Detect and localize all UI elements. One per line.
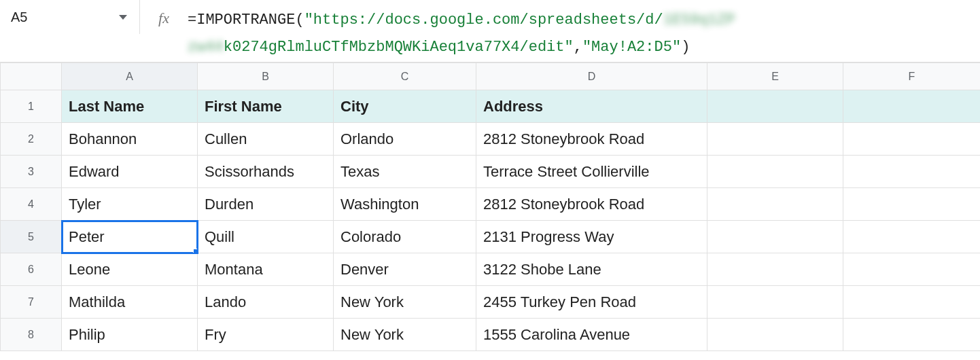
cell-c8[interactable]: New York <box>334 319 476 351</box>
col-header-f[interactable]: F <box>843 63 981 90</box>
row-header[interactable]: 6 <box>1 253 62 286</box>
cell-b6[interactable]: Montana <box>198 253 334 286</box>
formula-func: IMPORTRANGE <box>196 12 295 29</box>
cell-f4[interactable] <box>843 188 981 221</box>
table-row: 4 Tyler Durden Washington 2812 Stoneybro… <box>1 188 981 221</box>
row-header[interactable]: 7 <box>1 286 62 319</box>
cell-d2[interactable]: 2812 Stoneybrook Road <box>476 123 707 156</box>
col-header-d[interactable]: D <box>476 63 707 90</box>
cell-b3[interactable]: Scissorhands <box>198 156 334 188</box>
cell-b4[interactable]: Durden <box>198 188 334 221</box>
formula-q1: " <box>304 12 313 29</box>
cell-c5[interactable]: Colorado <box>334 221 476 253</box>
fx-icon: fx <box>140 7 188 27</box>
cell-e3[interactable] <box>707 156 843 188</box>
name-box[interactable]: A5 <box>8 10 119 25</box>
formula-comma: , <box>574 39 582 56</box>
cell-f3[interactable] <box>843 156 981 188</box>
cell-a1[interactable]: Last Name <box>62 90 198 123</box>
select-all-corner[interactable] <box>1 63 62 90</box>
cell-e5[interactable] <box>707 221 843 253</box>
table-row: 5 Peter Quill Colorado 2131 Progress Way <box>1 221 981 253</box>
row-header[interactable]: 8 <box>1 319 62 351</box>
row-header[interactable]: 1 <box>1 90 62 123</box>
table-row: 1 Last Name First Name City Address <box>1 90 981 123</box>
cell-c4[interactable]: Washington <box>334 188 476 221</box>
cell-a5[interactable]: Peter <box>62 221 198 253</box>
col-header-a[interactable]: A <box>62 63 198 90</box>
col-header-c[interactable]: C <box>334 63 476 90</box>
table-row: 3 Edward Scissorhands Texas Terrace Stre… <box>1 156 981 188</box>
formula-close: ) <box>681 39 690 56</box>
cell-c2[interactable]: Orlando <box>334 123 476 156</box>
formula-url-prefix: https://docs.google.com/spreadsheets/d/ <box>313 12 663 29</box>
cell-d7[interactable]: 2455 Turkey Pen Road <box>476 286 707 319</box>
formula-q2: " <box>565 39 574 56</box>
formula-eq: = <box>188 12 196 29</box>
cell-d1[interactable]: Address <box>476 90 707 123</box>
cell-b2[interactable]: Cullen <box>198 123 334 156</box>
row-header[interactable]: 2 <box>1 123 62 156</box>
formula-blur2: zw44 <box>188 39 224 56</box>
cell-d6[interactable]: 3122 Shobe Lane <box>476 253 707 286</box>
formula-input-wrap[interactable]: fx =IMPORTRANGE("https://docs.google.com… <box>140 0 980 62</box>
cell-c7[interactable]: New York <box>334 286 476 319</box>
row-header[interactable]: 5 <box>1 221 62 253</box>
col-header-b[interactable]: B <box>198 63 334 90</box>
formula-open: ( <box>295 12 304 29</box>
spreadsheet-grid[interactable]: A B C D E F 1 Last Name First Name City … <box>0 62 980 351</box>
cell-b1[interactable]: First Name <box>198 90 334 123</box>
cell-e4[interactable] <box>707 188 843 221</box>
formula-bar: A5 fx =IMPORTRANGE("https://docs.google.… <box>0 0 980 62</box>
table-row: 7 Mathilda Lando New York 2455 Turkey Pe… <box>1 286 981 319</box>
cell-c6[interactable]: Denver <box>334 253 476 286</box>
col-header-e[interactable]: E <box>707 63 843 90</box>
cell-b5[interactable]: Quill <box>198 221 334 253</box>
table-row: 8 Philip Fry New York 1555 Carolina Aven… <box>1 319 981 351</box>
cell-f6[interactable] <box>843 253 981 286</box>
cell-e7[interactable] <box>707 286 843 319</box>
cell-a3[interactable]: Edward <box>62 156 198 188</box>
cell-f1[interactable] <box>843 90 981 123</box>
cell-c3[interactable]: Texas <box>334 156 476 188</box>
cell-f7[interactable] <box>843 286 981 319</box>
formula-url-suffix: k0274gRlmluCTfMbzbMQWKiAeq1va77X4/edit <box>224 39 565 56</box>
cell-e2[interactable] <box>707 123 843 156</box>
name-box-wrap[interactable]: A5 <box>0 0 140 34</box>
table-row: 6 Leone Montana Denver 3122 Shobe Lane <box>1 253 981 286</box>
cell-d5[interactable]: 2131 Progress Way <box>476 221 707 253</box>
cell-d8[interactable]: 1555 Carolina Avenue <box>476 319 707 351</box>
cell-d3[interactable]: Terrace Street Collierville <box>476 156 707 188</box>
cell-f5[interactable] <box>843 221 981 253</box>
formula-range: May!A2:D5 <box>591 39 672 56</box>
chevron-down-icon[interactable] <box>119 15 127 20</box>
cell-f8[interactable] <box>843 319 981 351</box>
cell-a6[interactable]: Leone <box>62 253 198 286</box>
cell-b7[interactable]: Lando <box>198 286 334 319</box>
cell-e8[interactable] <box>707 319 843 351</box>
cell-a7[interactable]: Mathilda <box>62 286 198 319</box>
cell-f2[interactable] <box>843 123 981 156</box>
formula-q3: " <box>582 39 591 56</box>
cell-e6[interactable] <box>707 253 843 286</box>
cell-a2[interactable]: Bohannon <box>62 123 198 156</box>
cell-c1[interactable]: City <box>334 90 476 123</box>
formula-q4: " <box>672 39 681 56</box>
cell-a4[interactable]: Tyler <box>62 188 198 221</box>
formula-input[interactable]: =IMPORTRANGE("https://docs.google.com/sp… <box>188 7 748 61</box>
row-header[interactable]: 4 <box>1 188 62 221</box>
cell-d4[interactable]: 2812 Stoneybrook Road <box>476 188 707 221</box>
cell-b8[interactable]: Fry <box>198 319 334 351</box>
row-header[interactable]: 3 <box>1 156 62 188</box>
formula-blur1: 1E59q1ZP <box>663 12 735 29</box>
table-row: 2 Bohannon Cullen Orlando 2812 Stoneybro… <box>1 123 981 156</box>
cell-e1[interactable] <box>707 90 843 123</box>
cell-a8[interactable]: Philip <box>62 319 198 351</box>
